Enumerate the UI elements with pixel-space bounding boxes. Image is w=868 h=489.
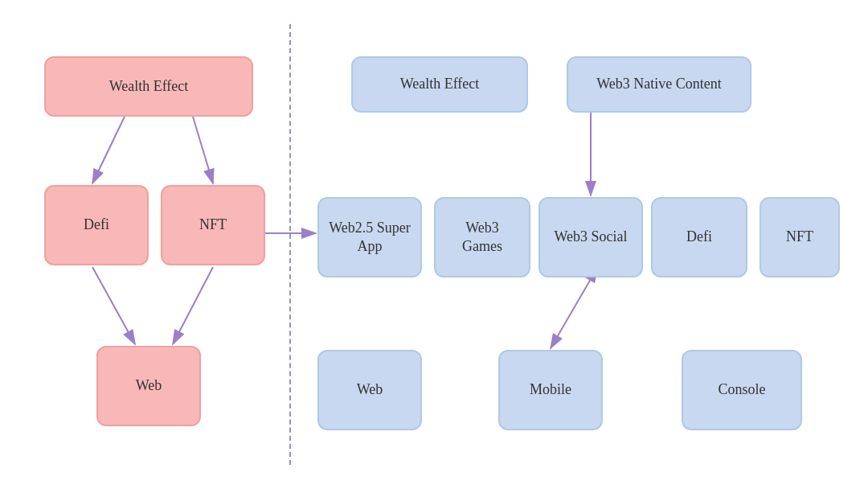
svg-line-8	[551, 279, 591, 348]
svg-line-5	[173, 267, 213, 344]
nft-right: NFT	[760, 197, 840, 277]
svg-line-3	[193, 117, 213, 183]
wealth-effect-right: Wealth Effect	[351, 56, 528, 113]
defi-left: Defi	[44, 185, 149, 265]
nft-left: NFT	[161, 185, 265, 265]
section-divider	[289, 24, 291, 465]
web3-games: Web3 Games	[434, 197, 530, 277]
svg-line-4	[92, 267, 135, 344]
console-right: Console	[682, 350, 802, 430]
web-right: Web	[317, 350, 422, 430]
web-left: Web	[96, 346, 201, 426]
web3-native-content: Web3 Native Content	[567, 56, 751, 113]
svg-line-2	[92, 117, 125, 183]
diagram-container: Wealth Effect Defi NFT Web Wealth Effect…	[0, 0, 868, 489]
defi-right: Defi	[651, 197, 747, 277]
mobile-right: Mobile	[498, 350, 603, 430]
wealth-effect-left: Wealth Effect	[44, 56, 253, 117]
web25-super-app: Web2.5 Super App	[317, 197, 422, 277]
web3-social: Web3 Social	[538, 197, 643, 277]
